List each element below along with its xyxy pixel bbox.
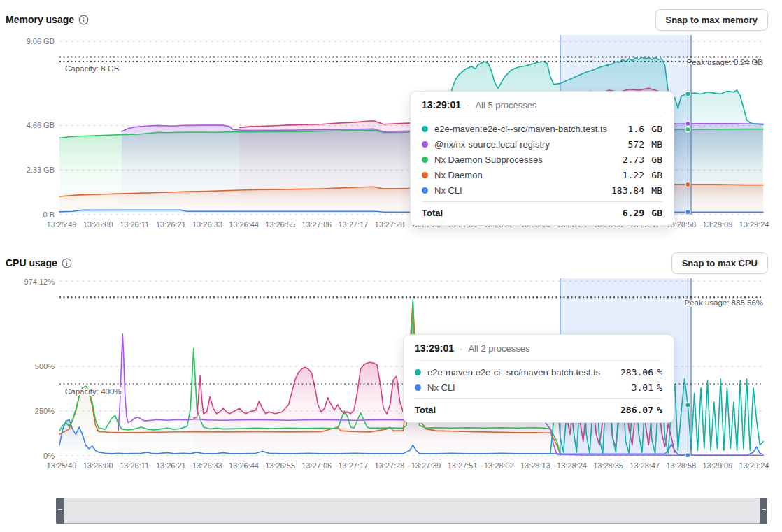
process-value: 1.6GB [628, 124, 662, 134]
process-name: Nx Daemon [434, 170, 616, 180]
tooltip-row: Nx Daemon Subprocesses2.73GB [422, 152, 662, 167]
profiler-page: Memory usage Snap to max memory 9.06 GB4… [0, 0, 782, 532]
process-value: 1.22GB [623, 170, 662, 180]
svg-text:13:28:02: 13:28:02 [484, 461, 514, 470]
memory-usage-title: Memory usage [6, 14, 74, 25]
snap-to-max-memory-button[interactable]: Snap to max memory [655, 9, 769, 31]
tooltip-rows: e2e-maven:e2e-ci--src/maven-batch.test.t… [415, 361, 662, 396]
svg-text:13:26:21: 13:26:21 [156, 220, 186, 229]
svg-text:2.33 GB: 2.33 GB [27, 166, 55, 174]
svg-text:13:28:47: 13:28:47 [630, 461, 660, 470]
svg-text:13:27:17: 13:27:17 [338, 461, 368, 470]
tooltip-row: Nx CLI3.01% [415, 380, 662, 395]
tooltip-rows: e2e-maven:e2e-ci--src/maven-batch.test.t… [422, 117, 662, 199]
cpu-section-header: CPU usage Snap to max CPU [6, 250, 768, 275]
svg-text:0%: 0% [43, 452, 55, 460]
tooltip-row: e2e-maven:e2e-ci--src/maven-batch.test.t… [415, 364, 662, 380]
process-value: 2.73GB [623, 154, 662, 165]
svg-text:13:28:24: 13:28:24 [557, 461, 587, 470]
svg-text:13:29:24: 13:29:24 [739, 220, 769, 229]
svg-text:13:26:55: 13:26:55 [265, 461, 295, 470]
tooltip-row: e2e-maven:e2e-ci--src/maven-batch.test.t… [422, 121, 662, 136]
tooltip-header: 13:29:01 · All 2 processes [415, 335, 662, 361]
svg-text:500%: 500% [35, 362, 55, 371]
svg-text:Capacity: 8 GB: Capacity: 8 GB [65, 64, 120, 73]
svg-text:Capacity: 400%: Capacity: 400% [65, 387, 122, 396]
svg-text:13:27:51: 13:27:51 [448, 461, 478, 470]
svg-text:13:26:00: 13:26:00 [83, 461, 113, 470]
tooltip-process-count: All 5 processes [475, 100, 536, 110]
svg-text:13:28:58: 13:28:58 [666, 461, 696, 470]
svg-text:0 B: 0 B [43, 210, 55, 219]
info-icon[interactable] [62, 258, 72, 268]
process-name: Nx Daemon Subprocesses [434, 154, 616, 165]
process-value: 3.01% [632, 382, 662, 393]
process-value: 572MB [628, 139, 662, 150]
series-color-dot [422, 126, 428, 132]
svg-text:13:26:44: 13:26:44 [229, 461, 259, 470]
snap-to-max-cpu-button[interactable]: Snap to max CPU [671, 252, 768, 274]
svg-text:4.66 GB: 4.66 GB [27, 121, 55, 129]
tooltip-header: 13:29:01 · All 5 processes [422, 92, 662, 117]
tooltip-process-count: All 2 processes [468, 343, 529, 354]
series-color-dot [422, 157, 428, 163]
process-name: e2e-maven:e2e-ci--src/maven-batch.test.t… [427, 367, 614, 378]
brush-handle-right[interactable] [760, 498, 767, 524]
tooltip-row: Nx Daemon1.22GB [422, 167, 662, 182]
timeline-brush[interactable] [56, 498, 767, 524]
tooltip-time: 13:29:01 [415, 343, 454, 354]
process-name: Nx CLI [427, 382, 625, 393]
memory-section-header: Memory usage Snap to max memory [6, 7, 768, 32]
series-color-dot [415, 384, 421, 391]
svg-text:13:26:33: 13:26:33 [192, 461, 222, 470]
svg-text:13:28:13: 13:28:13 [520, 461, 550, 470]
svg-text:13:27:39: 13:27:39 [411, 461, 441, 470]
process-value: 283.06% [620, 367, 662, 378]
tooltip-total-row: Total 6.29GB [422, 201, 662, 225]
svg-text:13:27:06: 13:27:06 [301, 461, 332, 470]
svg-text:13:27:06: 13:27:06 [301, 220, 332, 229]
tooltip-row: Nx CLI183.84MB [422, 182, 662, 198]
info-icon[interactable] [78, 15, 89, 25]
tooltip-time: 13:29:01 [422, 99, 461, 110]
svg-text:Peak usage: 885.56%: Peak usage: 885.56% [684, 299, 763, 307]
svg-text:13:28:35: 13:28:35 [593, 461, 623, 470]
svg-text:13:25:49: 13:25:49 [47, 220, 77, 229]
svg-text:13:29:24: 13:29:24 [739, 461, 769, 470]
svg-text:13:29:09: 13:29:09 [702, 220, 732, 229]
cpu-usage-title: CPU usage [6, 257, 57, 268]
svg-text:13:26:11: 13:26:11 [120, 220, 149, 229]
series-color-dot [422, 187, 428, 194]
process-name: e2e-maven:e2e-ci--src/maven-batch.test.t… [434, 124, 622, 134]
svg-text:13:26:44: 13:26:44 [229, 220, 259, 229]
series-color-dot [422, 172, 428, 178]
svg-text:13:26:00: 13:26:00 [83, 220, 113, 229]
tooltip-row: @nx/nx-source:local-registry572MB [422, 136, 662, 152]
svg-text:13:25:49: 13:25:49 [47, 461, 77, 470]
svg-text:13:27:17: 13:27:17 [338, 220, 368, 229]
svg-text:13:27:28: 13:27:28 [375, 220, 405, 229]
svg-text:13:26:33: 13:26:33 [192, 220, 222, 229]
tooltip-total-row: Total 286.07% [415, 398, 662, 422]
svg-text:Peak usage: 8.24 GB: Peak usage: 8.24 GB [687, 58, 764, 66]
memory-tooltip: 13:29:01 · All 5 processes e2e-maven:e2e… [410, 91, 674, 226]
svg-text:974.12%: 974.12% [24, 278, 55, 286]
svg-text:13:26:55: 13:26:55 [265, 220, 295, 229]
series-color-dot [422, 141, 428, 148]
process-name: @nx/nx-source:local-registry [434, 139, 622, 150]
cpu-tooltip: 13:29:01 · All 2 processes e2e-maven:e2e… [403, 334, 674, 423]
process-name: Nx CLI [434, 185, 605, 196]
svg-text:13:29:09: 13:29:09 [702, 461, 732, 470]
svg-text:9.06 GB: 9.06 GB [27, 37, 55, 45]
svg-text:250%: 250% [35, 407, 55, 415]
svg-text:13:26:21: 13:26:21 [156, 461, 186, 470]
svg-text:13:27:28: 13:27:28 [375, 461, 405, 470]
process-value: 183.84MB [611, 185, 662, 196]
svg-text:13:26:11: 13:26:11 [120, 461, 149, 470]
brush-handle-left[interactable] [56, 498, 64, 524]
series-color-dot [415, 369, 421, 375]
